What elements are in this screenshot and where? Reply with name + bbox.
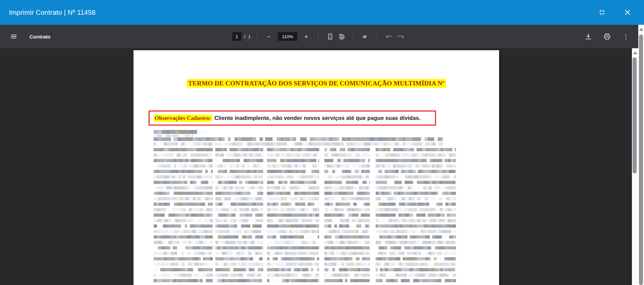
doc-title-row: TERMO DE CONTRATAÇÃO DOS SERVIÇOS DE COM… (133, 79, 499, 88)
zoom-out-button[interactable]: − (263, 31, 274, 42)
zoom-out-icon: − (267, 33, 271, 40)
print-icon (603, 33, 611, 40)
page-total: 1 (248, 34, 251, 39)
page-separator: / (244, 34, 246, 39)
toolbar-divider (377, 30, 377, 43)
zoom-in-icon: + (305, 33, 308, 40)
modal-actions (596, 0, 634, 25)
zoom-in-button[interactable]: + (301, 31, 312, 42)
pdf-scrollbar[interactable] (632, 48, 638, 285)
modal-title: Imprimir Contrato | Nº 11458 (9, 9, 96, 16)
annotate-button[interactable] (360, 31, 371, 42)
note-label-highlighted: Observações Cadastro: (154, 115, 212, 122)
modal-scrollbar-thumb[interactable] (639, 34, 643, 285)
undo-button[interactable] (383, 31, 395, 42)
fit-page-button[interactable] (324, 31, 336, 42)
redo-button[interactable] (395, 31, 406, 42)
more-options-button[interactable]: ⋮ (620, 31, 632, 42)
redo-icon (397, 33, 404, 40)
download-button[interactable] (583, 31, 594, 42)
pdf-toolbar: Contrato / 1 − + (0, 25, 638, 48)
document-title-label: Contrato (30, 34, 51, 40)
scroll-up-arrow-icon[interactable] (639, 28, 643, 31)
toolbar-right: ⋮ (583, 25, 632, 48)
redacted-contract-text (154, 130, 457, 285)
menu-button[interactable] (8, 31, 19, 42)
toolbar-divider (257, 30, 257, 43)
annotate-icon (362, 33, 369, 40)
download-icon (585, 33, 592, 40)
toolbar-divider (318, 30, 318, 43)
rotate-ccw-icon (338, 33, 345, 40)
pdf-page: TERMO DE CONTRATAÇÃO DOS SERVIÇOS DE COM… (133, 50, 499, 285)
fit-page-icon (326, 33, 334, 40)
fullscreen-exit-button[interactable] (596, 6, 608, 18)
toolbar-left: Contrato (8, 31, 51, 42)
doc-title-highlighted: TERMO DE CONTRATAÇÃO DOS SERVIÇOS DE COM… (186, 79, 446, 88)
note-text: Cliente inadimplente, não vender novos s… (214, 115, 421, 121)
scroll-up-arrow-icon[interactable] (633, 51, 637, 54)
modal-scrollbar[interactable] (638, 25, 644, 285)
undo-icon (385, 33, 393, 40)
page-number-input[interactable] (232, 32, 241, 41)
print-button[interactable] (601, 31, 613, 42)
fullscreen-exit-icon (598, 8, 606, 17)
registration-note-box: Observações Cadastro: Cliente inadimplen… (149, 111, 436, 126)
zoom-level-input[interactable] (278, 32, 297, 41)
pdf-scrollbar-thumb[interactable] (633, 57, 637, 173)
modal-header: Imprimir Contrato | Nº 11458 (0, 0, 644, 25)
pdf-viewport[interactable]: TERMO DE CONTRATAÇÃO DOS SERVIÇOS DE COM… (0, 48, 632, 285)
toolbar-center: / 1 − + (232, 25, 406, 48)
close-button[interactable] (622, 6, 634, 18)
toolbar-divider (353, 30, 354, 43)
rotate-ccw-button[interactable] (336, 31, 347, 42)
menu-icon (10, 33, 17, 40)
more-vert-icon: ⋮ (623, 33, 629, 40)
close-icon (623, 8, 632, 17)
